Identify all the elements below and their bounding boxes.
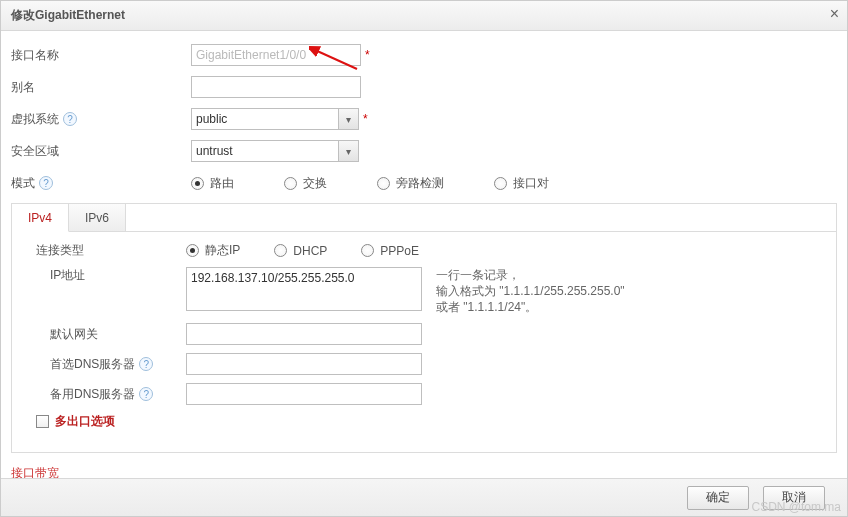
content-scroll[interactable]: 接口名称 * 别名 虚拟系统 ? <box>1 31 847 478</box>
ip-address-input[interactable] <box>186 267 422 311</box>
conn-static[interactable]: 静态IP <box>186 242 240 259</box>
close-icon[interactable]: × <box>830 5 839 23</box>
dns1-input[interactable] <box>186 353 422 375</box>
mode-route[interactable]: 路由 <box>191 175 234 192</box>
dialog-title: 修改GigabitEthernet <box>11 7 125 24</box>
mode-bypass[interactable]: 旁路检测 <box>377 175 444 192</box>
ipv4-panel-body: 连接类型 静态IP DHCP PPPoE IP地址 一行一条记录， 输入格式为 … <box>12 232 836 452</box>
mode-switch[interactable]: 交换 <box>284 175 327 192</box>
label-ip-address: IP地址 <box>26 267 186 284</box>
row-interface-name: 接口名称 * <box>11 43 837 67</box>
dialog-footer: 确定 取消 <box>1 478 847 516</box>
help-icon[interactable]: ? <box>63 112 77 126</box>
row-multi-exit: 多出口选项 <box>26 413 822 430</box>
row-vsys: 虚拟系统 ? ▾ * <box>11 107 837 131</box>
label-zone: 安全区域 <box>11 143 191 160</box>
ip-tabs: IPv4 IPv6 <box>12 204 836 232</box>
help-icon[interactable]: ? <box>39 176 53 190</box>
label-alias: 别名 <box>11 79 191 96</box>
dialog-body: 接口名称 * 别名 虚拟系统 ? <box>1 31 847 478</box>
dns2-input[interactable] <box>186 383 422 405</box>
gateway-input[interactable] <box>186 323 422 345</box>
label-dns2: 备用DNS服务器 ? <box>26 383 186 405</box>
tab-ipv4[interactable]: IPv4 <box>12 204 69 232</box>
row-gateway: 默认网关 <box>26 323 822 345</box>
radio-icon <box>191 177 204 190</box>
label-mode: 模式 ? <box>11 175 191 192</box>
row-ip-address: IP地址 一行一条记录， 输入格式为 "1.1.1.1/255.255.255.… <box>26 267 822 315</box>
required-marker: * <box>365 48 370 62</box>
row-conn-type: 连接类型 静态IP DHCP PPPoE <box>26 242 822 259</box>
mode-radio-group: 路由 交换 旁路检测 接口对 <box>191 175 549 192</box>
row-dns1: 首选DNS服务器 ? <box>26 353 822 375</box>
radio-icon <box>377 177 390 190</box>
row-alias: 别名 <box>11 75 837 99</box>
required-marker: * <box>363 112 368 126</box>
dialog-modify-interface: 修改GigabitEthernet × 接口名称 * 别名 <box>0 0 848 517</box>
conn-pppoe[interactable]: PPPoE <box>361 244 419 258</box>
chevron-down-icon[interactable]: ▾ <box>338 141 358 161</box>
vsys-select[interactable]: ▾ <box>191 108 359 130</box>
conn-type-radio-group: 静态IP DHCP PPPoE <box>186 242 419 259</box>
ok-button[interactable]: 确定 <box>687 486 749 510</box>
section-bandwidth-title: 接口带宽 <box>11 465 837 478</box>
multi-exit-checkbox[interactable] <box>36 415 49 428</box>
titlebar: 修改GigabitEthernet × <box>1 1 847 31</box>
row-mode: 模式 ? 路由 交换 旁路检测 接口对 <box>11 171 837 195</box>
zone-select[interactable]: ▾ <box>191 140 359 162</box>
help-icon[interactable]: ? <box>139 387 153 401</box>
interface-name-input <box>191 44 361 66</box>
radio-icon <box>186 244 199 257</box>
label-interface-name: 接口名称 <box>11 47 191 64</box>
zone-value <box>192 141 338 161</box>
watermark-text: CSDN @tom.ma <box>751 500 841 514</box>
chevron-down-icon[interactable]: ▾ <box>338 109 358 129</box>
row-dns2: 备用DNS服务器 ? <box>26 383 822 405</box>
radio-icon <box>361 244 374 257</box>
mode-pair[interactable]: 接口对 <box>494 175 549 192</box>
label-vsys: 虚拟系统 ? <box>11 111 191 128</box>
row-zone: 安全区域 ▾ <box>11 139 837 163</box>
label-dns1: 首选DNS服务器 ? <box>26 353 186 375</box>
radio-icon <box>494 177 507 190</box>
label-conn-type: 连接类型 <box>26 242 186 259</box>
help-icon[interactable]: ? <box>139 357 153 371</box>
multi-exit-label: 多出口选项 <box>55 413 115 430</box>
conn-dhcp[interactable]: DHCP <box>274 244 327 258</box>
vsys-value <box>192 109 338 129</box>
tab-ipv6[interactable]: IPv6 <box>69 204 126 231</box>
ip-panel: IPv4 IPv6 连接类型 静态IP DHCP PPPoE IP地址 <box>11 203 837 453</box>
radio-icon <box>274 244 287 257</box>
alias-input[interactable] <box>191 76 361 98</box>
ip-format-hint: 一行一条记录， 输入格式为 "1.1.1.1/255.255.255.0" 或者… <box>436 267 625 315</box>
label-gateway: 默认网关 <box>26 323 186 345</box>
radio-icon <box>284 177 297 190</box>
